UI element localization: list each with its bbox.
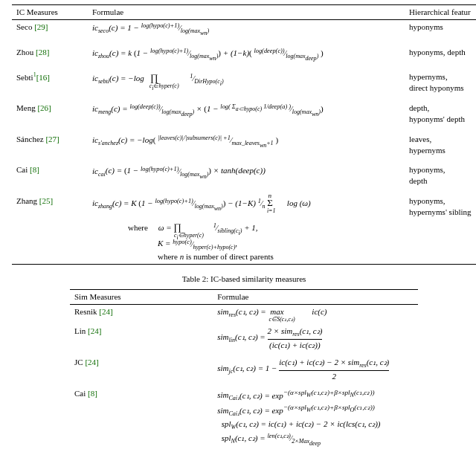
row-cai2: Cai [8] simCai₁(c₁, c₂) = exp−(α×splW(c₁… [70,384,418,449]
th-sim: Sim Measures [70,290,213,305]
th-feat: Hierarchical featur [405,5,476,20]
nm: Cai [74,389,86,398]
ref: [24] [99,307,112,316]
th-form: Formulae [88,5,405,20]
feat: depth,hyponyms' depth [405,95,476,126]
formula: ics'anchez(c) = −log( |leaves(c)|/|subsu… [88,126,405,158]
ref: [26] [37,103,51,112]
nm: Meng [16,103,36,112]
ic-measures-table: IC Measures Formulae Hierarchical featur… [12,4,476,265]
nm: Sánchez [16,135,44,143]
formula: simCai₁(c₁, c₂) = exp−(α×splW(c₁,c₂)+β×s… [213,384,418,449]
formula: iczhang(c) = K (1 − log(hypo(c)+1)⁄log(m… [88,188,405,219]
feat: leaves,hypernyms [405,126,476,158]
nm: Resnik [74,307,97,316]
nm: Seco [16,22,32,31]
ref: [27] [45,135,59,143]
nm: Zhang [16,196,37,205]
where-block: where ω = ∏ci∈hyper(c) 1⁄sibling(ci) + 1… [88,219,405,265]
formula: iczhou(c) = k (1 − log(hypo(c)+1)⁄log(ma… [88,39,405,65]
th-ic: IC Measures [12,5,88,20]
feat: hyponyms,depth [405,157,476,188]
formula: simlin(c₁, c₂) = 2 × simres(c₁, c₂)(ic(c… [213,321,418,352]
row-jc: JC [24] simjc(c₁, c₂) = 1 − ic(c₁) + ic(… [70,352,418,384]
formula: icmeng(c) = log(deep(c))⁄log(maxdeep) × … [88,95,405,126]
row-meng: Meng [26] icmeng(c) = log(deep(c))⁄log(m… [12,95,476,126]
formula: simres(c₁, c₂) = maxc∈S(c₁,c₂) ic(c) [213,304,418,320]
nm: Lin [74,326,86,335]
ref: [28] [36,48,49,56]
ref: [24] [85,358,98,366]
row-zhou: Zhou [28] iczhou(c) = k (1 − log(hypo(c)… [12,39,476,65]
row-sanchez: Sánchez [27] ics'anchez(c) = −log( |leav… [12,126,476,158]
table2-caption: Table 2: IC-based similarity measures [12,274,476,285]
row-zhang: Zhang [25] iczhang(c) = K (1 − log(hypo(… [12,188,476,219]
ref: [8] [88,389,97,398]
row-cai: Cai [8] iccai(c) = (1 − log(hypo(c)+1)⁄l… [12,157,476,188]
th-form: Formulae [213,290,418,305]
row-zhang-where: where ω = ∏ci∈hyper(c) 1⁄sibling(ci) + 1… [12,219,476,265]
sim-measures-table: Sim Measures Formulae Resnik [24] simres… [70,289,418,449]
ref: [29] [34,22,48,31]
feat: hyponyms, depth [405,39,476,65]
formula: icsebti(c) = −log ∏ci∈hyper(c) 1⁄DirHypo… [88,64,405,95]
nm: JC [74,358,83,366]
row-lin: Lin [24] simlin(c₁, c₂) = 2 × simres(c₁,… [70,321,418,352]
ref: [25] [39,196,53,205]
row-resnik: Resnik [24] simres(c₁, c₂) = maxc∈S(c₁,c… [70,304,418,320]
nm: Zhou [16,48,33,56]
row-seco: Seco [29] icseco(c) = 1 − log(hypo(c)+1)… [12,19,476,39]
formula: simjc(c₁, c₂) = 1 − ic(c₁) + ic(c₂) − 2 … [213,352,418,384]
nm: Sebti [16,73,33,82]
ref: [24] [88,326,101,335]
feat: hyponyms,hypernyms' sibling [405,188,476,219]
formula: icseco(c) = 1 − log(hypo(c)+1)⁄log(maxwn… [88,19,405,39]
row-sebti: Sebti1[16] icsebti(c) = −log ∏ci∈hyper(c… [12,64,476,95]
nm: Cai [16,165,28,174]
formula: iccai(c) = (1 − log(hypo(c)+1)⁄log(maxwn… [88,157,405,188]
ref: [8] [30,165,39,174]
feat: hypernyms,direct hyponyms [405,64,476,95]
ref: [16] [36,73,50,82]
feat: hyponyms [405,19,476,39]
